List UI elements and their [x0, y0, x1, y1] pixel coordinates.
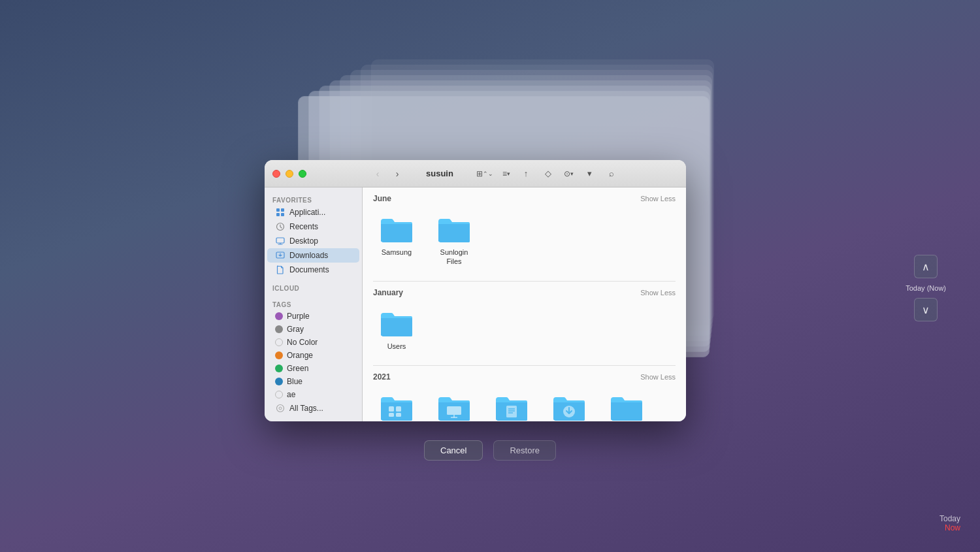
tag-icon: ◇	[545, 169, 551, 178]
svg-rect-11	[389, 406, 394, 412]
folder-applications-2021[interactable]: Applications	[373, 388, 420, 421]
sidebar-tag-purple[interactable]: Purple	[267, 310, 359, 323]
all-tags-label: All Tags...	[289, 404, 323, 413]
desktop-folder-icon	[436, 392, 472, 421]
january-section-header: January Show Less	[373, 288, 676, 297]
folder-users[interactable]: Users	[373, 304, 420, 355]
sidebar-downloads-label: Downloads	[289, 251, 328, 260]
svg-point-9	[277, 405, 284, 412]
folder-desktop-2021[interactable]: Desktop	[431, 388, 478, 421]
svg-rect-12	[396, 406, 401, 412]
sidebar-item-recents[interactable]: Recents	[267, 219, 359, 234]
green-tag-label: Green	[287, 364, 308, 373]
window-body: Favorites Applicati... Recents Desktop	[265, 187, 686, 421]
grid-icon: ⊞	[476, 169, 483, 178]
june-divider	[373, 281, 676, 282]
app-icon	[275, 207, 286, 218]
folder-downloads-2021[interactable]: Downloads	[546, 388, 593, 421]
blue-tag-label: Blue	[287, 377, 302, 386]
documents-icon	[275, 265, 286, 275]
folder-documents-2021[interactable]: Documents	[488, 388, 535, 421]
icloud-section-title: iCloud	[265, 282, 362, 293]
svg-rect-15	[447, 406, 461, 415]
downloads-folder-icon	[551, 392, 587, 421]
sidebar-item-applications[interactable]: Applicati...	[267, 205, 359, 219]
cancel-button[interactable]: Cancel	[424, 440, 483, 461]
window-title: susuin	[414, 169, 466, 178]
svg-rect-1	[281, 208, 284, 212]
dropdown-button[interactable]: ▾	[580, 167, 598, 181]
action-chevron-icon: ▾	[570, 170, 574, 177]
no-color-tag-label: No Color	[287, 338, 318, 347]
search-icon: ⌕	[609, 169, 614, 178]
restore-button[interactable]: Restore	[493, 440, 556, 461]
tm-up-arrow[interactable]: ∧	[914, 255, 938, 278]
back-button[interactable]: ‹	[369, 167, 386, 181]
orange-tag-label: Orange	[287, 351, 313, 360]
main-content: June Show Less Samsung	[363, 187, 686, 421]
sidebar-recents-label: Recents	[289, 222, 318, 231]
svg-rect-2	[276, 213, 280, 216]
title-bar: ‹ › susuin ⊞ ⌃⌄ ≡ ▾ ↑ ◇	[265, 160, 686, 187]
list-icon: ≡	[502, 169, 507, 178]
svg-rect-14	[396, 413, 401, 417]
toolbar: ‹ › susuin ⊞ ⌃⌄ ≡ ▾ ↑ ◇	[312, 167, 678, 181]
folder-samsung[interactable]: Samsung	[373, 210, 420, 270]
purple-tag-dot	[275, 312, 283, 320]
close-button[interactable]	[272, 170, 280, 178]
sidebar-tag-ae[interactable]: ae	[267, 388, 359, 401]
sidebar-tag-no-color[interactable]: No Color	[267, 336, 359, 349]
sidebar-item-documents[interactable]: Documents	[267, 263, 359, 277]
tm-down-arrow[interactable]: ∨	[914, 298, 938, 321]
sidebar-tag-green[interactable]: Green	[267, 362, 359, 375]
dropdown-icon: ▾	[587, 169, 592, 178]
recents-icon	[275, 221, 286, 232]
svg-rect-3	[281, 213, 284, 216]
sidebar-documents-label: Documents	[289, 265, 329, 274]
tm-bottom-right: Today Now	[939, 514, 960, 532]
folder-dumpmedia-2021[interactable]: DumpMedia	[603, 388, 650, 421]
svg-rect-0	[276, 208, 280, 212]
gray-tag-label: Gray	[287, 325, 304, 334]
action-button[interactable]: ⊙ ▾	[561, 168, 576, 180]
search-button[interactable]: ⌕	[602, 167, 621, 181]
bottom-buttons: Cancel Restore	[424, 440, 556, 461]
list-chevron-icon: ▾	[507, 170, 510, 177]
tags-section-title: Tags	[265, 299, 362, 310]
toolbar-actions: ⊞ ⌃⌄ ≡ ▾ ↑ ◇ ⊙ ▾ ▾	[474, 167, 621, 181]
sidebar-all-tags[interactable]: All Tags...	[267, 401, 359, 415]
june-folder-grid: Samsung Sunlogin Files	[373, 210, 676, 270]
minimize-button[interactable]	[286, 170, 293, 178]
action-icon: ⊙	[564, 169, 570, 178]
tag-button[interactable]: ◇	[539, 167, 557, 181]
sunlogin-folder-icon	[436, 214, 472, 245]
sidebar-item-desktop[interactable]: Desktop	[267, 234, 359, 248]
june-show-less-button[interactable]: Show Less	[640, 195, 676, 203]
favorites-section-title: Favorites	[265, 194, 362, 205]
sidebar-item-downloads[interactable]: Downloads	[267, 248, 359, 263]
forward-button[interactable]: ›	[389, 167, 406, 181]
january-divider	[373, 365, 676, 366]
share-button[interactable]: ↑	[517, 167, 535, 181]
svg-rect-18	[506, 406, 517, 417]
sidebar-applications-label: Applicati...	[289, 208, 325, 217]
2021-section-title: 2021	[373, 372, 391, 382]
icon-view-button[interactable]: ⊞ ⌃⌄	[474, 168, 496, 180]
2021-show-less-button[interactable]: Show Less	[640, 373, 676, 381]
sidebar-tag-gray[interactable]: Gray	[267, 323, 359, 336]
green-tag-dot	[275, 365, 283, 372]
list-view-button[interactable]: ≡ ▾	[500, 168, 513, 180]
january-show-less-button[interactable]: Show Less	[640, 289, 676, 297]
all-tags-icon	[275, 403, 286, 414]
downloads-sidebar-icon	[275, 250, 286, 261]
svg-rect-5	[276, 238, 284, 243]
purple-tag-label: Purple	[287, 312, 310, 321]
maximize-button[interactable]	[299, 170, 306, 178]
sidebar-tag-orange[interactable]: Orange	[267, 349, 359, 362]
2021-section-header: 2021 Show Less	[373, 372, 676, 382]
sidebar-tag-blue[interactable]: Blue	[267, 375, 359, 388]
applications-folder-icon	[378, 392, 415, 421]
folder-sunlogin[interactable]: Sunlogin Files	[431, 210, 478, 270]
sunlogin-folder-label: Sunlogin Files	[433, 248, 475, 267]
june-section-title: June	[373, 194, 391, 203]
